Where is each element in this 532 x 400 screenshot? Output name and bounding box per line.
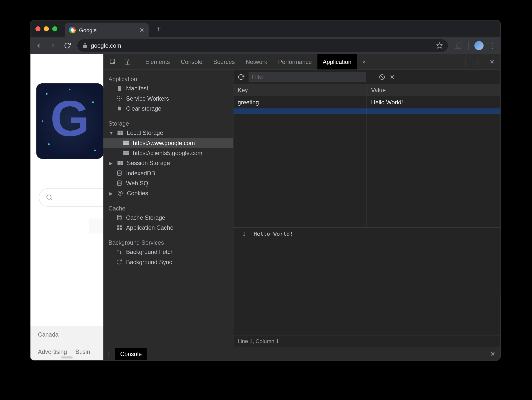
lock-icon xyxy=(82,43,87,49)
cookie-icon xyxy=(117,190,124,197)
devtools-close-button[interactable]: ✕ xyxy=(486,58,498,65)
svg-rect-15 xyxy=(117,131,120,133)
cell-key: greeting xyxy=(234,96,367,108)
group-background-services: Background Services xyxy=(103,237,233,247)
google-search-button[interactable] xyxy=(89,218,103,233)
svg-line-10 xyxy=(50,199,52,200)
browser-menu-button[interactable]: ⋮ xyxy=(490,42,496,50)
svg-rect-25 xyxy=(123,153,126,155)
devtools-tabbar: Elements Console Sources Network Perform… xyxy=(103,54,500,70)
webpage: G Canada Advertising Busin xyxy=(30,54,103,360)
sidebar-origin-google[interactable]: https://www.google.com xyxy=(103,138,233,148)
sidebar-item-background-sync[interactable]: Background Sync xyxy=(103,257,233,267)
tab-sources[interactable]: Sources xyxy=(208,54,240,69)
filter-input[interactable] xyxy=(249,72,366,82)
browser-window: Google ✕ + google.com {·} ⋮ xyxy=(30,20,501,361)
refresh-icon[interactable] xyxy=(238,73,245,80)
forward-button[interactable] xyxy=(49,42,57,49)
svg-point-32 xyxy=(117,181,121,182)
sidebar-item-background-fetch[interactable]: Background Fetch xyxy=(103,247,233,257)
devtools-drawer: ⋮ Console ✕ xyxy=(103,347,500,360)
column-value[interactable]: Value xyxy=(367,84,500,96)
sidebar-item-local-storage[interactable]: ▼ Local Storage xyxy=(103,128,233,138)
footer-link-advertising[interactable]: Advertising xyxy=(38,348,67,355)
new-tab-button[interactable]: + xyxy=(156,24,161,34)
sidebar-item-cache-storage[interactable]: Cache Storage xyxy=(103,212,233,222)
sidebar-item-clear-storage[interactable]: Clear storage xyxy=(103,103,233,113)
svg-rect-18 xyxy=(120,133,123,135)
resize-handle[interactable] xyxy=(61,356,73,358)
more-tabs-button[interactable]: » xyxy=(357,54,371,69)
delete-selected-icon[interactable]: ✕ xyxy=(390,73,395,80)
drawer-close-icon[interactable]: ✕ xyxy=(488,350,498,357)
drawer-tab-console[interactable]: Console xyxy=(115,348,147,360)
profile-avatar[interactable] xyxy=(474,41,484,50)
close-tab-icon[interactable]: ✕ xyxy=(139,27,144,33)
svg-point-3 xyxy=(92,101,94,103)
content-area: G Canada Advertising Busin xyxy=(30,54,501,360)
preview-text: Hello World! xyxy=(250,228,500,335)
minimize-window-button[interactable] xyxy=(44,26,49,31)
bookmark-star-icon[interactable] xyxy=(436,42,443,49)
sidebar-item-application-cache[interactable]: Application Cache xyxy=(103,222,233,232)
storage-table: Key Value greeting Hello World! xyxy=(234,84,500,228)
transfer-icon xyxy=(116,249,123,255)
svg-rect-16 xyxy=(120,131,123,133)
address-bar[interactable]: google.com xyxy=(77,39,448,52)
sync-icon xyxy=(116,259,123,265)
svg-rect-42 xyxy=(120,228,122,230)
svg-marker-0 xyxy=(437,43,442,48)
svg-rect-26 xyxy=(126,153,129,155)
extension-icon[interactable]: {·} xyxy=(454,43,462,49)
svg-point-9 xyxy=(47,195,51,200)
tab-application[interactable]: Application xyxy=(317,54,357,69)
google-search-input[interactable] xyxy=(39,188,103,207)
status-bar: Line 1, Column 1 xyxy=(234,335,500,347)
group-application: Application xyxy=(103,73,233,83)
close-window-button[interactable] xyxy=(35,26,40,31)
tab-elements[interactable]: Elements xyxy=(140,54,175,69)
back-button[interactable] xyxy=(34,42,43,49)
reload-button[interactable] xyxy=(63,42,72,49)
tab-network[interactable]: Network xyxy=(240,54,273,69)
footer-link-business[interactable]: Busin xyxy=(75,348,90,355)
sidebar-item-manifest[interactable]: Manifest xyxy=(103,83,233,93)
device-toolbar-icon[interactable] xyxy=(120,58,134,65)
svg-rect-13 xyxy=(128,61,130,64)
table-row[interactable]: greeting Hello World! xyxy=(234,96,500,109)
svg-text:G: G xyxy=(50,90,89,147)
grid-icon xyxy=(117,129,124,136)
sidebar-item-websql[interactable]: Web SQL xyxy=(103,178,233,188)
search-icon xyxy=(45,194,53,201)
grid-icon xyxy=(123,140,129,146)
table-empty-area[interactable] xyxy=(234,114,500,227)
storage-toolbar: ✕ xyxy=(234,70,500,84)
tab-title: Google xyxy=(79,27,97,33)
google-doodle[interactable]: G xyxy=(32,79,103,163)
tab-performance[interactable]: Performance xyxy=(273,54,317,69)
clear-all-icon[interactable] xyxy=(379,73,385,80)
maximize-window-button[interactable] xyxy=(52,26,57,31)
drawer-menu-icon[interactable]: ⋮ xyxy=(106,350,112,357)
svg-rect-23 xyxy=(123,151,126,153)
table-row-empty-selected[interactable] xyxy=(234,108,500,114)
inspect-element-icon[interactable] xyxy=(106,58,120,65)
svg-point-34 xyxy=(119,193,120,193)
sidebar-origin-clients5[interactable]: https://clients5.google.com xyxy=(103,148,233,158)
sidebar-item-indexeddb[interactable]: IndexedDB xyxy=(103,168,233,178)
url-text: google.com xyxy=(91,42,121,49)
grid-icon xyxy=(116,224,123,231)
svg-rect-24 xyxy=(126,151,129,153)
sidebar-item-service-workers[interactable]: Service Workers xyxy=(103,93,233,103)
window-controls xyxy=(35,26,57,31)
browser-tab[interactable]: Google ✕ xyxy=(65,23,149,37)
sidebar-item-cookies[interactable]: ▶ Cookies xyxy=(103,188,233,198)
svg-point-4 xyxy=(48,143,50,145)
column-key[interactable]: Key xyxy=(234,84,367,96)
titlebar: Google ✕ + xyxy=(30,20,501,37)
sidebar-item-session-storage[interactable]: ▶ Session Storage xyxy=(103,158,233,168)
tab-console[interactable]: Console xyxy=(175,54,208,69)
svg-rect-21 xyxy=(123,143,126,145)
devtools: Elements Console Sources Network Perform… xyxy=(103,54,500,360)
devtools-menu-button[interactable]: ⋮ xyxy=(471,58,484,65)
